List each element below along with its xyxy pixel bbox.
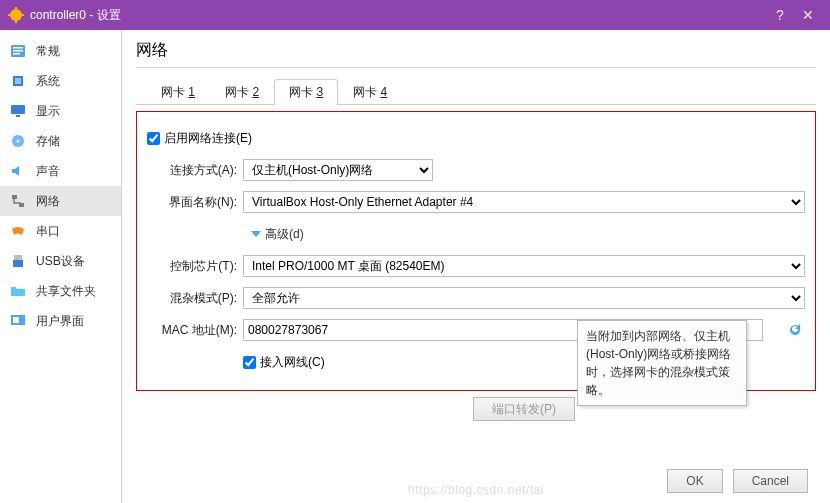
speaker-icon xyxy=(10,163,26,179)
sidebar-item-label: 共享文件夹 xyxy=(36,283,96,300)
svg-rect-11 xyxy=(11,105,25,114)
enable-network-label: 启用网络连接(E) xyxy=(164,130,252,147)
cable-label: 接入网线(C) xyxy=(260,354,325,371)
svg-rect-15 xyxy=(12,195,17,199)
ok-button[interactable]: OK xyxy=(667,469,722,493)
ui-icon xyxy=(10,313,26,329)
adapter-label: 控制芯片(T): xyxy=(147,258,243,275)
enable-network-checkbox[interactable] xyxy=(147,132,160,145)
sidebar-item-ui[interactable]: 用户界面 xyxy=(0,306,121,336)
folder-icon xyxy=(10,283,26,299)
promisc-label: 混杂模式(P): xyxy=(147,290,243,307)
svg-rect-6 xyxy=(13,47,23,49)
cancel-button[interactable]: Cancel xyxy=(733,469,808,493)
list-icon xyxy=(10,43,26,59)
net-icon xyxy=(10,193,26,209)
port-forwarding-button[interactable]: 端口转发(P) xyxy=(473,397,575,421)
svg-rect-12 xyxy=(16,115,20,117)
svg-point-0 xyxy=(10,9,22,21)
sidebar-item-storage[interactable]: 存储 xyxy=(0,126,121,156)
sidebar-item-usb[interactable]: USB设备 xyxy=(0,246,121,276)
promisc-tooltip: 当附加到内部网络、仅主机(Host-Only)网络或桥接网络时，选择网卡的混杂模… xyxy=(577,320,747,406)
svg-rect-18 xyxy=(13,260,23,267)
sidebar-item-label: 串口 xyxy=(36,223,60,240)
svg-rect-17 xyxy=(14,255,22,260)
mac-label: MAC 地址(M): xyxy=(147,322,243,339)
tab-nic-1[interactable]: 网卡 1 xyxy=(146,79,210,105)
name-label: 界面名称(N): xyxy=(147,194,243,211)
sidebar-item-general[interactable]: 常规 xyxy=(0,36,121,66)
usb-icon xyxy=(10,253,26,269)
page-title: 网络 xyxy=(136,40,816,68)
help-button[interactable]: ? xyxy=(766,7,794,23)
settings-sidebar: 常规 系统 显示 存储 声音 网络 串口 USB设备 共享文件夹 用户界面 xyxy=(0,30,122,503)
watermark-text: https://blog.csdn.net/tai xyxy=(408,483,544,497)
attach-label: 连接方式(A): xyxy=(147,162,243,179)
svg-rect-7 xyxy=(13,50,23,52)
disk-icon xyxy=(10,133,26,149)
tab-nic-4[interactable]: 网卡 4 xyxy=(338,79,402,105)
window-title: controller0 - 设置 xyxy=(30,7,121,24)
chevron-down-icon xyxy=(251,231,261,237)
promisc-select[interactable]: 全部允许 xyxy=(243,287,805,309)
sidebar-item-label: 常规 xyxy=(36,43,60,60)
window-titlebar: controller0 - 设置 ? ✕ xyxy=(0,0,830,30)
svg-rect-10 xyxy=(15,78,21,84)
sidebar-item-system[interactable]: 系统 xyxy=(0,66,121,96)
sidebar-item-label: 系统 xyxy=(36,73,60,90)
advanced-toggle[interactable]: 高级(d) xyxy=(243,226,304,243)
svg-point-14 xyxy=(17,140,20,143)
sidebar-item-label: USB设备 xyxy=(36,253,85,270)
sidebar-item-label: 声音 xyxy=(36,163,60,180)
nic-tabs: 网卡 1 网卡 2 网卡 3 网卡 4 xyxy=(136,78,816,105)
svg-rect-20 xyxy=(13,317,19,323)
sidebar-item-display[interactable]: 显示 xyxy=(0,96,121,126)
tab-nic-3[interactable]: 网卡 3 xyxy=(274,79,338,105)
name-select[interactable]: VirtualBox Host-Only Ethernet Adapter #4 xyxy=(243,191,805,213)
app-icon xyxy=(8,7,24,23)
sidebar-item-shared[interactable]: 共享文件夹 xyxy=(0,276,121,306)
sidebar-item-network[interactable]: 网络 xyxy=(0,186,121,216)
svg-rect-8 xyxy=(13,53,20,55)
adapter-select[interactable]: Intel PRO/1000 MT 桌面 (82540EM) xyxy=(243,255,805,277)
sidebar-item-label: 显示 xyxy=(36,103,60,120)
chip-icon xyxy=(10,73,26,89)
sidebar-item-label: 存储 xyxy=(36,133,60,150)
attach-select[interactable]: 仅主机(Host-Only)网络 xyxy=(243,159,433,181)
mac-refresh-button[interactable] xyxy=(785,320,805,340)
refresh-icon xyxy=(787,322,803,338)
sidebar-item-audio[interactable]: 声音 xyxy=(0,156,121,186)
sidebar-item-serial[interactable]: 串口 xyxy=(0,216,121,246)
sidebar-item-label: 网络 xyxy=(36,193,60,210)
sidebar-item-label: 用户界面 xyxy=(36,313,84,330)
close-button[interactable]: ✕ xyxy=(794,7,822,23)
serial-icon xyxy=(10,223,26,239)
tab-nic-2[interactable]: 网卡 2 xyxy=(210,79,274,105)
cable-checkbox[interactable] xyxy=(243,356,256,369)
monitor-icon xyxy=(10,103,26,119)
